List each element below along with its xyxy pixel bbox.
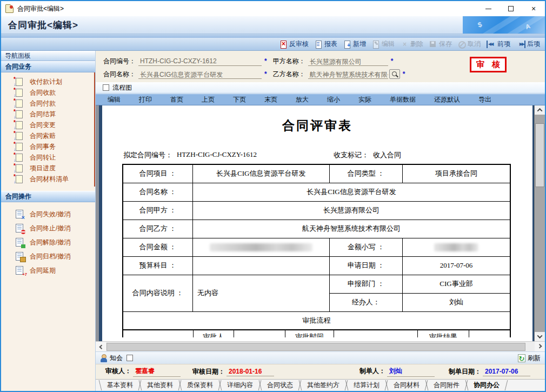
tab-collaboration[interactable]: 协同办公 [467, 380, 507, 391]
cell-label: 预算科目 ： [123, 256, 192, 275]
vertical-scrollbar[interactable] [534, 105, 545, 341]
window-controls: × [477, 1, 545, 16]
cell-value-redacted [192, 238, 329, 256]
new-button[interactable]: 新增 [341, 39, 368, 49]
tab-detail-content[interactable]: 详细内容 [220, 380, 260, 391]
next-item-button[interactable]: ▶▶后项 [514, 39, 542, 49]
report-export-button[interactable]: 导出 [478, 95, 491, 104]
minimize-icon [485, 9, 491, 9]
vertical-scroll-thumb[interactable] [535, 123, 544, 187]
auditor-label: 审核人： [105, 367, 131, 376]
tab-warranty-info[interactable]: 质保资料 [180, 380, 220, 391]
report-button[interactable]: 报表 [312, 39, 339, 49]
cell-value: 无内容 [192, 275, 329, 311]
report-zoom-in-button[interactable]: 放大 [296, 95, 309, 104]
cell-value: 2017-07-06 [403, 256, 510, 275]
table-row: 合同甲方 ： 长兴慧源有限公司 [123, 201, 510, 220]
horizontal-scrollbar[interactable] [96, 341, 545, 351]
section-header-contract-business[interactable]: 合同业务 [1, 61, 95, 72]
tab-contract-attachments[interactable]: 合同附件 [427, 380, 467, 391]
report-last-page-button[interactable]: 末页 [264, 95, 277, 104]
edit-button[interactable]: 编辑 [370, 39, 397, 49]
party-b-field[interactable]: 航天神舟智慧系统技术有限公司 [308, 70, 388, 79]
vertical-scroll-track[interactable] [535, 115, 545, 332]
horizontal-scroll-thumb[interactable] [106, 343, 525, 351]
document-icon [16, 110, 23, 118]
report-print-button[interactable]: 打印 [139, 95, 152, 104]
sidebar-item-project-progress[interactable]: 项目进度 [1, 163, 94, 174]
cancel-button[interactable]: 取消 [456, 39, 483, 49]
sidebar-item-contract-terminate[interactable]: 合同终止/撤消 [1, 221, 95, 235]
report-zoom-out-button[interactable]: 缩小 [327, 95, 340, 104]
sidebar-item-contract-transfer[interactable]: 合同转让 [1, 152, 94, 163]
contract-name-label: 合同名称： [103, 70, 136, 79]
sidebar-item-contract-claim[interactable]: 合同索赔 [1, 130, 94, 141]
contract-archive-icon [16, 252, 23, 261]
cell-label: 合同类型 ： [329, 164, 402, 183]
report-next-page-button[interactable]: 下页 [233, 95, 246, 104]
header-divider-band [1, 34, 545, 38]
next-item-icon: ▶▶ [516, 41, 525, 48]
tab-contract-status[interactable]: 合同状态 [260, 380, 300, 391]
required-marker: * [391, 57, 394, 65]
cell-label: 合同金额 ： [123, 238, 192, 256]
tab-contract-materials[interactable]: 合同材料 [387, 380, 427, 391]
party-b-lookup-button[interactable] [389, 69, 400, 79]
sidebar-item-contract-release[interactable]: 合同解除/撤消 [1, 235, 95, 249]
report-edit-button[interactable]: 编辑 [108, 95, 121, 104]
scroll-right-button[interactable] [535, 342, 545, 351]
scroll-left-button[interactable] [96, 342, 106, 351]
review-table: 合同项目 ： 长兴县CIG信息资源平台研发 合同类型 ： 项目承接合同 合同名称… [122, 164, 511, 330]
contract-no-field[interactable]: HTZH-CIG-CJ-CXZY-1612 [138, 57, 262, 66]
required-marker: * [403, 70, 405, 78]
sidebar-item-contract-settlement[interactable]: 合同结算 [1, 109, 94, 119]
notify-checkbox[interactable] [126, 355, 133, 361]
report-restore-default-button[interactable]: 还原默认 [434, 95, 460, 104]
sidebar-item-contract-extend[interactable]: 合同延期 [1, 263, 95, 277]
page-title: 合同审批<编辑> [8, 19, 78, 31]
minimize-button[interactable] [477, 1, 500, 16]
sidebar-item-contract-archive[interactable]: 合同归档/撤消 [1, 249, 95, 263]
unapprove-button[interactable]: 反审核 [277, 39, 311, 49]
report-doc-data-button[interactable]: 单据数据 [390, 95, 416, 104]
scroll-up-button[interactable] [535, 105, 545, 115]
tab-settlement-plan[interactable]: 结算计划 [347, 380, 387, 391]
chevron-down-icon [537, 333, 543, 338]
report-prev-page-button[interactable]: 上页 [202, 95, 215, 104]
sidebar-item-contract-material-list[interactable]: 合同材料清单 [1, 174, 94, 184]
delete-button[interactable]: ×删除 [398, 39, 425, 49]
report-page: 合同评审表 拟定合同编号： HTZH-CIG-CJ-CXZY-1612 收支标记… [102, 105, 532, 341]
save-button[interactable]: 保存 [427, 39, 454, 49]
table-row: 合同名称 ： 长兴县CIG信息资源平台研发 [123, 183, 510, 201]
sidebar-item-contract-payment[interactable]: 合同付款 [1, 98, 94, 109]
sidebar-item-contract-invalidate[interactable]: 合同失效/撤消 [1, 207, 95, 221]
scroll-down-button[interactable] [535, 332, 545, 341]
party-a-field[interactable]: 长兴慧源有限公司 [308, 57, 388, 66]
sidebar-item-contract-change[interactable]: 合同变更 [1, 119, 94, 130]
contract-terminate-icon [16, 224, 23, 232]
tab-basic-info[interactable]: 基本资料 [100, 380, 140, 391]
viewport-margin [96, 105, 99, 341]
flow-chart-checkbox[interactable] [103, 84, 109, 91]
draft-no-value: HTZH-CIG-CJ-CXZY-1612 [177, 150, 257, 160]
sidebar-item-contract-receipt[interactable]: 合同收款 [1, 87, 94, 98]
person-icon [100, 354, 108, 362]
flag-label: 收支标记： [334, 150, 369, 160]
section-header-contract-operations[interactable]: 合同操作 [1, 191, 95, 202]
tab-other-info[interactable]: 其他资料 [140, 380, 180, 391]
make-date-label: 制单日期： [449, 367, 481, 376]
tab-other-signatories[interactable]: 其他签约方 [300, 380, 347, 391]
prev-item-button[interactable]: ◀◀前项 [484, 39, 512, 49]
refresh-button[interactable]: ↻ 刷新 [518, 354, 541, 363]
close-button[interactable]: × [522, 1, 545, 16]
maximize-button[interactable] [500, 1, 522, 16]
report-first-page-button[interactable]: 首页 [170, 95, 183, 104]
sidebar-item-payment-plan[interactable]: 收付款计划 [1, 76, 94, 87]
contract-name-field[interactable]: 长兴县CIG信息资源平台研发 [138, 70, 262, 79]
report-actual-size-button[interactable]: 实际 [358, 95, 371, 104]
document-icon [16, 121, 23, 129]
cell-label: 金额小写 ： [329, 238, 402, 256]
cell-label: 合同乙方 ： [123, 220, 192, 238]
auditor-field: 审核人： 霍嘉睿 [105, 367, 181, 377]
sidebar-item-contract-affairs[interactable]: 合同事务 [1, 141, 94, 152]
